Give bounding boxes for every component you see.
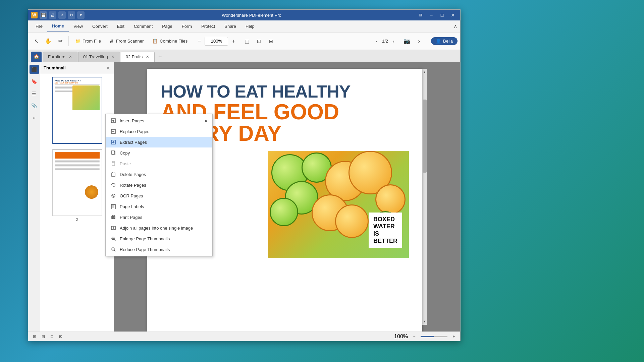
ctx-rotate-pages[interactable]: Rotate Pages: [106, 180, 212, 190]
status-left: ⊞ ⊟ ⊡ ⊠: [31, 333, 64, 340]
zoom-in-button[interactable]: +: [229, 37, 237, 45]
home-tab[interactable]: 🏠: [31, 52, 42, 62]
zoom-out-button[interactable]: −: [195, 37, 203, 45]
sidebar-outline-icon[interactable]: ☰: [30, 89, 39, 98]
ctx-extract-pages[interactable]: Extract Pages: [106, 137, 212, 147]
status-spread-button[interactable]: ⊠: [57, 333, 64, 340]
ctx-print-pages-label: Print Pages: [120, 215, 142, 220]
ctx-insert-pages[interactable]: Insert Pages ▶: [106, 115, 212, 126]
edit-tool[interactable]: ✏: [55, 36, 66, 47]
hand-tool[interactable]: ✋: [43, 36, 54, 47]
svg-line-28: [114, 239, 115, 241]
add-tab-button[interactable]: +: [155, 52, 165, 62]
extract-pages-icon: [110, 139, 116, 145]
cursor-tool[interactable]: ↖: [31, 36, 42, 47]
sidebar-thumbnail-icon[interactable]: ⬛: [30, 65, 39, 74]
email-icon[interactable]: ✉: [416, 11, 425, 19]
thumbnail-page-2[interactable]: 2: [43, 149, 111, 222]
scroll-down-button[interactable]: ▼: [422, 318, 427, 325]
ctx-reduce-thumbnails-label: Reduce Page Thumbnails: [120, 247, 170, 252]
ctx-extract-pages-label: Extract Pages: [120, 140, 147, 145]
status-zoom-out[interactable]: −: [411, 333, 418, 340]
tab-travelling-label: 01 Travelling: [83, 54, 108, 59]
delete-pages-icon: [110, 171, 116, 177]
reduce-thumbnails-icon: [110, 246, 116, 252]
menu-form[interactable]: Form: [177, 20, 197, 32]
scroll-track: [422, 75, 427, 318]
status-right: 100% − +: [394, 333, 458, 340]
pdf-scrollbar[interactable]: ▲ ▼: [422, 69, 427, 325]
tab-furniture[interactable]: Furniture ✕: [43, 52, 77, 62]
fit-height-button[interactable]: ⊟: [266, 36, 276, 47]
ctx-print-pages[interactable]: Print Pages: [106, 212, 212, 223]
user-button[interactable]: 👤 Bella: [431, 37, 458, 45]
fit-page-button[interactable]: ⬚: [241, 36, 252, 47]
tab-travelling[interactable]: 01 Travelling ✕: [78, 52, 120, 62]
scroll-up-button[interactable]: ▲: [422, 69, 427, 75]
ctx-paste-label: Paste: [120, 161, 131, 166]
ctx-ocr-pages[interactable]: OCR Pages: [106, 190, 212, 201]
save-button[interactable]: 💾: [40, 11, 47, 19]
sidebar-bookmark-icon[interactable]: 🔖: [30, 77, 39, 86]
menu-edit[interactable]: Edit: [112, 20, 129, 32]
prev-page-button[interactable]: ‹: [373, 37, 381, 45]
ctx-reduce-thumbnails[interactable]: Reduce Page Thumbnails: [106, 244, 212, 255]
menu-help[interactable]: Help: [241, 20, 259, 32]
ctx-copy[interactable]: Copy: [106, 147, 212, 158]
menu-comment[interactable]: Comment: [129, 20, 157, 32]
print-button[interactable]: 🖨: [49, 11, 56, 19]
status-zoom-in[interactable]: +: [450, 333, 458, 340]
combine-files-button[interactable]: 📋 Combine Files: [149, 37, 191, 45]
from-scanner-button[interactable]: 🖨 From Scanner: [106, 37, 147, 45]
zoom-slider-fill: [421, 336, 434, 337]
collapse-button[interactable]: ∧: [453, 23, 458, 29]
ctx-adjoin-pages[interactable]: Adjoin all pages into one single image: [106, 223, 212, 233]
more-button[interactable]: ▾: [77, 11, 85, 19]
page-indicator: 1/2: [382, 39, 388, 44]
context-menu: Insert Pages ▶ Replace Pages Extract Pag…: [105, 114, 213, 256]
tab-furniture-close[interactable]: ✕: [68, 55, 72, 59]
thumbnail-page-2-image: [52, 149, 102, 216]
camera-button[interactable]: 📷: [401, 36, 412, 47]
fit-width-button[interactable]: ⊡: [254, 36, 264, 47]
sidebar-attachment-icon[interactable]: 📎: [30, 101, 39, 110]
expand-button[interactable]: ›: [414, 36, 424, 47]
next-page-button[interactable]: ›: [389, 37, 397, 45]
status-zoom-label: 100%: [394, 334, 408, 340]
ctx-delete-pages[interactable]: Delete Pages: [106, 169, 212, 180]
menu-file[interactable]: File: [31, 20, 47, 32]
thumbnail-close-button[interactable]: ✕: [106, 65, 110, 71]
status-grid-button[interactable]: ⊞: [31, 333, 38, 340]
tab-travelling-close[interactable]: ✕: [111, 55, 115, 59]
menu-home[interactable]: Home: [47, 20, 69, 32]
menu-convert[interactable]: Convert: [88, 20, 112, 32]
combine-files-label: Combine Files: [160, 39, 187, 44]
tab-fruits-close[interactable]: ✕: [145, 55, 150, 59]
thumbnail-page-1[interactable]: HOW TO EAT HEALTHY AND FEEL GOOD EVERY D…: [43, 77, 111, 145]
ctx-page-labels[interactable]: Page Labels: [106, 201, 212, 212]
from-file-button[interactable]: 📁 From File: [71, 37, 105, 45]
svg-rect-24: [111, 226, 113, 230]
user-label: Bella: [443, 39, 453, 44]
tab-fruits-label: 02 Fruits: [126, 54, 143, 59]
maximize-button[interactable]: □: [437, 11, 447, 19]
svg-rect-23: [112, 218, 114, 219]
zoom-slider[interactable]: [421, 336, 447, 337]
sidebar-search-icon[interactable]: ○: [30, 113, 39, 122]
tab-fruits[interactable]: 02 Fruits ✕: [121, 52, 155, 62]
minimize-button[interactable]: −: [427, 11, 436, 19]
combine-icon: 📋: [152, 39, 158, 44]
ctx-enlarge-thumbnails[interactable]: Enlarge Page Thumbnails: [106, 233, 212, 244]
title-bar: W 💾 🖨 ↺ ↻ ▾ Wondershare PDFelement Pro ✉…: [28, 10, 460, 20]
menu-page[interactable]: Page: [157, 20, 177, 32]
redo-button[interactable]: ↻: [68, 11, 75, 19]
status-columns-button[interactable]: ⊟: [40, 333, 47, 340]
status-pages-button[interactable]: ⊡: [48, 333, 56, 340]
close-button[interactable]: ✕: [448, 11, 458, 19]
app-icon: W: [31, 12, 38, 18]
menu-protect[interactable]: Protect: [197, 20, 220, 32]
menu-view[interactable]: View: [69, 20, 88, 32]
undo-button[interactable]: ↺: [58, 11, 66, 19]
ctx-replace-pages[interactable]: Replace Pages: [106, 126, 212, 137]
menu-share[interactable]: Share: [220, 20, 241, 32]
